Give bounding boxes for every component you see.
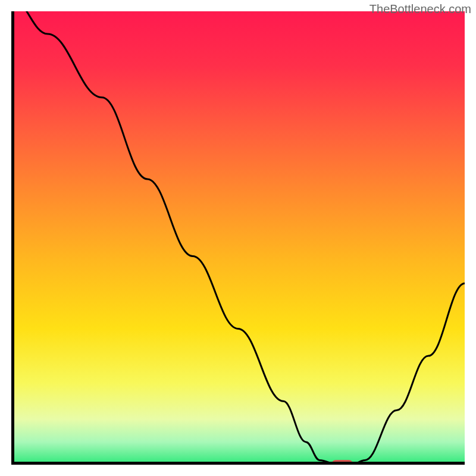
chart-area [11,11,465,465]
watermark-text: TheBottleneck.com [369,2,471,16]
gradient-background [11,11,465,465]
svg-rect-0 [11,11,465,465]
